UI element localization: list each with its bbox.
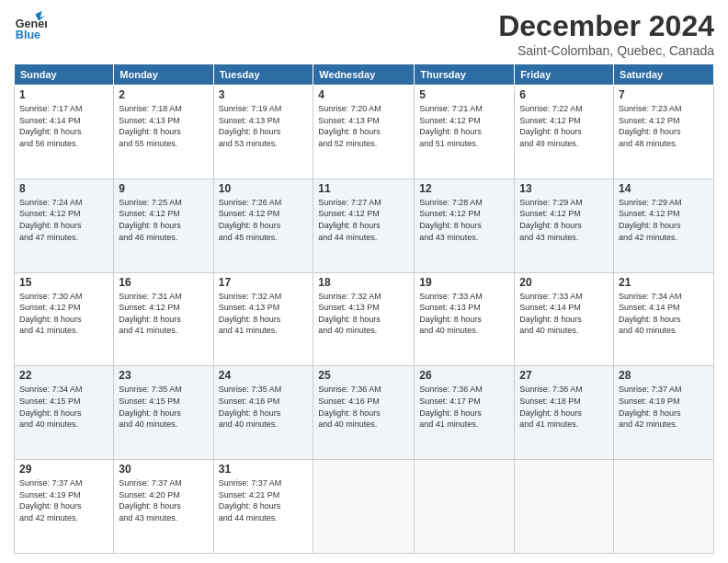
calendar-cell: 23Sunrise: 7:35 AMSunset: 4:15 PMDayligh… <box>114 366 213 460</box>
day-info: Sunrise: 7:24 AMSunset: 4:12 PMDaylight:… <box>19 197 108 243</box>
day-number: 20 <box>519 276 609 289</box>
day-info: Sunrise: 7:37 AMSunset: 4:20 PMDaylight:… <box>119 477 208 523</box>
day-number: 1 <box>19 88 108 101</box>
day-number: 19 <box>419 276 509 289</box>
day-number: 11 <box>318 182 409 195</box>
calendar-cell: 27Sunrise: 7:36 AMSunset: 4:18 PMDayligh… <box>515 366 614 460</box>
calendar-cell: 22Sunrise: 7:34 AMSunset: 4:15 PMDayligh… <box>15 366 114 460</box>
day-info: Sunrise: 7:28 AMSunset: 4:12 PMDaylight:… <box>419 197 509 243</box>
day-number: 28 <box>619 369 709 382</box>
calendar-table: SundayMondayTuesdayWednesdayThursdayFrid… <box>14 63 714 554</box>
calendar-cell: 8Sunrise: 7:24 AMSunset: 4:12 PMDaylight… <box>15 178 114 272</box>
calendar-week-row: 15Sunrise: 7:30 AMSunset: 4:12 PMDayligh… <box>15 272 714 366</box>
day-number: 14 <box>619 182 709 195</box>
day-number: 8 <box>19 182 108 195</box>
day-number: 9 <box>119 182 208 195</box>
calendar-week-row: 8Sunrise: 7:24 AMSunset: 4:12 PMDaylight… <box>15 178 714 272</box>
day-info: Sunrise: 7:26 AMSunset: 4:12 PMDaylight:… <box>219 197 309 243</box>
calendar-header-saturday: Saturday <box>614 64 714 86</box>
day-number: 22 <box>19 369 108 382</box>
day-number: 18 <box>318 276 409 289</box>
day-info: Sunrise: 7:37 AMSunset: 4:21 PMDaylight:… <box>219 477 309 523</box>
calendar-cell: 29Sunrise: 7:37 AMSunset: 4:19 PMDayligh… <box>15 460 114 554</box>
calendar-cell: 26Sunrise: 7:36 AMSunset: 4:17 PMDayligh… <box>415 366 515 460</box>
day-info: Sunrise: 7:36 AMSunset: 4:16 PMDaylight:… <box>318 384 409 430</box>
day-info: Sunrise: 7:35 AMSunset: 4:16 PMDaylight:… <box>219 384 309 430</box>
day-number: 12 <box>419 182 509 195</box>
calendar-header-sunday: Sunday <box>15 64 114 86</box>
day-number: 23 <box>119 369 208 382</box>
calendar-cell: 2Sunrise: 7:18 AMSunset: 4:13 PMDaylight… <box>114 86 213 179</box>
calendar-header-wednesday: Wednesday <box>313 64 415 86</box>
calendar-cell: 14Sunrise: 7:29 AMSunset: 4:12 PMDayligh… <box>614 178 714 272</box>
calendar-cell: 21Sunrise: 7:34 AMSunset: 4:14 PMDayligh… <box>614 272 714 366</box>
day-info: Sunrise: 7:33 AMSunset: 4:13 PMDaylight:… <box>419 291 509 337</box>
calendar-cell: 15Sunrise: 7:30 AMSunset: 4:12 PMDayligh… <box>15 272 114 366</box>
day-number: 4 <box>318 88 409 101</box>
calendar-cell: 6Sunrise: 7:22 AMSunset: 4:12 PMDaylight… <box>515 86 614 179</box>
calendar-week-row: 22Sunrise: 7:34 AMSunset: 4:15 PMDayligh… <box>15 366 714 460</box>
day-number: 2 <box>119 88 208 101</box>
day-number: 29 <box>19 463 108 476</box>
calendar-cell <box>415 460 515 554</box>
calendar-cell <box>313 460 415 554</box>
day-number: 6 <box>519 88 609 101</box>
calendar-cell: 19Sunrise: 7:33 AMSunset: 4:13 PMDayligh… <box>415 272 515 366</box>
day-info: Sunrise: 7:34 AMSunset: 4:15 PMDaylight:… <box>19 384 108 430</box>
day-number: 21 <box>619 276 709 289</box>
calendar-cell: 10Sunrise: 7:26 AMSunset: 4:12 PMDayligh… <box>213 178 313 272</box>
calendar-cell <box>614 460 714 554</box>
calendar-header-friday: Friday <box>515 64 614 86</box>
calendar-header-tuesday: Tuesday <box>213 64 313 86</box>
svg-text:Blue: Blue <box>16 29 40 41</box>
calendar-header-thursday: Thursday <box>415 64 515 86</box>
calendar-cell: 24Sunrise: 7:35 AMSunset: 4:16 PMDayligh… <box>213 366 313 460</box>
day-info: Sunrise: 7:29 AMSunset: 4:12 PMDaylight:… <box>519 197 609 243</box>
day-info: Sunrise: 7:32 AMSunset: 4:13 PMDaylight:… <box>219 291 309 337</box>
day-info: Sunrise: 7:32 AMSunset: 4:13 PMDaylight:… <box>318 291 409 337</box>
day-number: 24 <box>219 369 309 382</box>
day-info: Sunrise: 7:37 AMSunset: 4:19 PMDaylight:… <box>619 384 709 430</box>
day-number: 13 <box>519 182 609 195</box>
day-info: Sunrise: 7:27 AMSunset: 4:12 PMDaylight:… <box>318 197 409 243</box>
page: General Blue December 2024 Saint-Colomba… <box>0 0 728 563</box>
calendar-cell: 7Sunrise: 7:23 AMSunset: 4:12 PMDaylight… <box>614 86 714 179</box>
calendar-cell: 30Sunrise: 7:37 AMSunset: 4:20 PMDayligh… <box>114 460 213 554</box>
day-info: Sunrise: 7:31 AMSunset: 4:12 PMDaylight:… <box>119 291 208 337</box>
subtitle: Saint-Colomban, Quebec, Canada <box>498 43 714 58</box>
day-info: Sunrise: 7:23 AMSunset: 4:12 PMDaylight:… <box>619 103 709 149</box>
day-info: Sunrise: 7:17 AMSunset: 4:14 PMDaylight:… <box>19 103 108 149</box>
logo: General Blue <box>14 9 47 42</box>
calendar-cell: 25Sunrise: 7:36 AMSunset: 4:16 PMDayligh… <box>313 366 415 460</box>
day-number: 16 <box>119 276 208 289</box>
calendar-cell: 4Sunrise: 7:20 AMSunset: 4:13 PMDaylight… <box>313 86 415 179</box>
day-info: Sunrise: 7:25 AMSunset: 4:12 PMDaylight:… <box>119 197 208 243</box>
day-info: Sunrise: 7:20 AMSunset: 4:13 PMDaylight:… <box>318 103 409 149</box>
day-info: Sunrise: 7:21 AMSunset: 4:12 PMDaylight:… <box>419 103 509 149</box>
calendar-cell: 31Sunrise: 7:37 AMSunset: 4:21 PMDayligh… <box>213 460 313 554</box>
calendar-cell: 13Sunrise: 7:29 AMSunset: 4:12 PMDayligh… <box>515 178 614 272</box>
day-number: 7 <box>619 88 709 101</box>
day-info: Sunrise: 7:19 AMSunset: 4:13 PMDaylight:… <box>219 103 309 149</box>
calendar-cell: 9Sunrise: 7:25 AMSunset: 4:12 PMDaylight… <box>114 178 213 272</box>
calendar-cell: 17Sunrise: 7:32 AMSunset: 4:13 PMDayligh… <box>213 272 313 366</box>
day-info: Sunrise: 7:22 AMSunset: 4:12 PMDaylight:… <box>519 103 609 149</box>
calendar-week-row: 29Sunrise: 7:37 AMSunset: 4:19 PMDayligh… <box>15 460 714 554</box>
logo-icon: General Blue <box>14 9 47 42</box>
day-info: Sunrise: 7:36 AMSunset: 4:18 PMDaylight:… <box>519 384 609 430</box>
day-number: 25 <box>318 369 409 382</box>
calendar-cell: 11Sunrise: 7:27 AMSunset: 4:12 PMDayligh… <box>313 178 415 272</box>
calendar-cell: 18Sunrise: 7:32 AMSunset: 4:13 PMDayligh… <box>313 272 415 366</box>
day-number: 26 <box>419 369 509 382</box>
day-number: 30 <box>119 463 208 476</box>
calendar-header-monday: Monday <box>114 64 213 86</box>
day-info: Sunrise: 7:37 AMSunset: 4:19 PMDaylight:… <box>19 477 108 523</box>
calendar-cell: 28Sunrise: 7:37 AMSunset: 4:19 PMDayligh… <box>614 366 714 460</box>
calendar-cell: 12Sunrise: 7:28 AMSunset: 4:12 PMDayligh… <box>415 178 515 272</box>
calendar-cell: 20Sunrise: 7:33 AMSunset: 4:14 PMDayligh… <box>515 272 614 366</box>
main-title: December 2024 <box>498 9 714 43</box>
calendar-cell <box>515 460 614 554</box>
calendar-cell: 16Sunrise: 7:31 AMSunset: 4:12 PMDayligh… <box>114 272 213 366</box>
day-number: 17 <box>219 276 309 289</box>
day-info: Sunrise: 7:30 AMSunset: 4:12 PMDaylight:… <box>19 291 108 337</box>
